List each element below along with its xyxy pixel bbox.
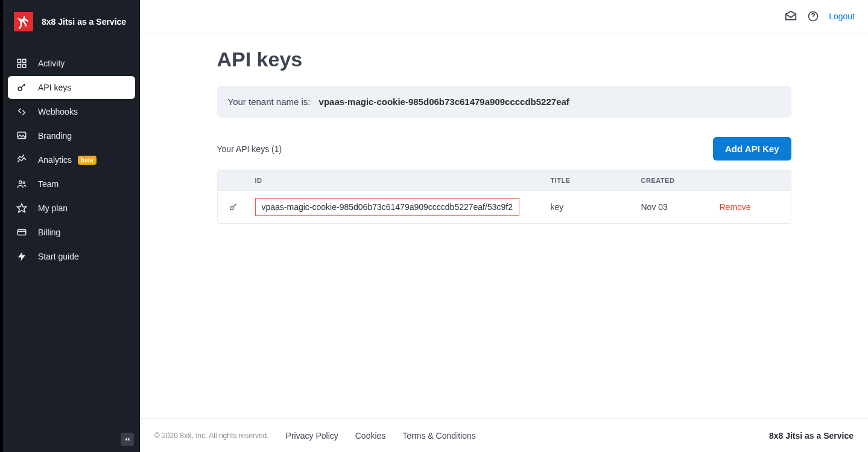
- logout-link[interactable]: Logout: [829, 11, 855, 21]
- sidebar-item-label: My plan: [38, 203, 68, 213]
- sidebar-item-label: Start guide: [38, 252, 79, 261]
- cookies-link[interactable]: Cookies: [355, 431, 386, 441]
- analytics-icon: [16, 154, 27, 165]
- sidebar-item-analytics[interactable]: Analytics beta: [8, 148, 135, 171]
- sidebar: 8x8 Jitsi as a Service Activity API keys…: [0, 0, 140, 452]
- table-header-row: ID TITLE CREATED: [218, 171, 791, 190]
- sidebar-item-activity[interactable]: Activity: [8, 52, 135, 75]
- page-title: API keys: [217, 48, 791, 71]
- bolt-icon: [16, 251, 27, 262]
- collapse-sidebar-button[interactable]: [121, 433, 134, 446]
- sidebar-item-billing[interactable]: Billing: [8, 221, 135, 244]
- copyright-text: © 2020 8x8, Inc. All rights reserved.: [154, 431, 269, 440]
- main: Logout API keys Your tenant name is: vpa…: [140, 0, 868, 452]
- svg-rect-2: [17, 65, 21, 68]
- branding-icon: [16, 130, 27, 141]
- svg-marker-8: [17, 204, 27, 212]
- star-icon: [16, 203, 27, 214]
- brand-title: 8x8 Jitsi as a Service: [42, 17, 126, 27]
- api-key-title: key: [551, 202, 641, 212]
- privacy-policy-link[interactable]: Privacy Policy: [286, 431, 338, 441]
- svg-rect-3: [23, 65, 26, 68]
- col-header-id: ID: [255, 177, 551, 184]
- col-header-title: TITLE: [551, 177, 641, 184]
- sidebar-item-label: Branding: [38, 131, 72, 141]
- col-header-created: CREATED: [641, 177, 720, 184]
- sidebar-item-team[interactable]: Team: [8, 173, 135, 196]
- webhooks-icon: [16, 106, 27, 117]
- svg-rect-1: [23, 59, 26, 62]
- sidebar-item-branding[interactable]: Branding: [8, 124, 135, 147]
- table-row: vpaas-magic-cookie-985d06b73c61479a909cc…: [218, 190, 791, 223]
- svg-point-6: [19, 181, 22, 184]
- brand-block: 8x8 Jitsi as a Service: [3, 0, 140, 43]
- billing-icon: [16, 227, 27, 238]
- topbar: Logout: [140, 0, 868, 33]
- sidebar-item-label: Billing: [38, 228, 60, 237]
- svg-point-4: [18, 87, 22, 91]
- mail-icon[interactable]: [784, 10, 797, 23]
- sidebar-item-label: Analytics: [38, 155, 72, 165]
- keys-count-text: Your API keys (1): [217, 144, 282, 154]
- svg-rect-9: [17, 230, 26, 235]
- keys-toolbar: Your API keys (1) Add API Key: [217, 137, 791, 161]
- sidebar-item-webhooks[interactable]: Webhooks: [8, 100, 135, 123]
- activity-icon: [16, 58, 27, 69]
- key-icon: [229, 202, 255, 212]
- sidebar-item-label: API keys: [38, 83, 71, 92]
- sidebar-item-label: Activity: [38, 59, 65, 68]
- team-icon: [16, 179, 27, 189]
- key-icon: [16, 82, 27, 93]
- svg-point-12: [230, 206, 233, 209]
- svg-point-7: [23, 182, 25, 183]
- api-key-id[interactable]: vpaas-magic-cookie-985d06b73c61479a909cc…: [255, 198, 519, 216]
- sidebar-item-label: Team: [38, 179, 59, 189]
- add-api-key-button[interactable]: Add API Key: [713, 137, 791, 161]
- sidebar-item-my-plan[interactable]: My plan: [8, 197, 135, 220]
- sidebar-item-start-guide[interactable]: Start guide: [8, 245, 135, 268]
- page-content: API keys Your tenant name is: vpaas-magi…: [140, 33, 868, 418]
- tenant-value: vpaas-magic-cookie-985d06b73c61479a909cc…: [319, 97, 569, 107]
- sidebar-item-label: Webhooks: [38, 107, 78, 116]
- beta-badge: beta: [78, 156, 97, 165]
- tenant-info-box: Your tenant name is: vpaas-magic-cookie-…: [217, 86, 791, 118]
- remove-api-key-link[interactable]: Remove: [720, 202, 751, 212]
- api-key-created: Nov 03: [641, 202, 720, 212]
- terms-link[interactable]: Terms & Conditions: [402, 431, 475, 441]
- footer-brand: 8x8 Jitsi as a Service: [769, 431, 854, 441]
- tenant-label: Your tenant name is:: [228, 97, 311, 107]
- svg-rect-0: [17, 59, 21, 62]
- footer: © 2020 8x8, Inc. All rights reserved. Pr…: [140, 418, 868, 452]
- svg-marker-10: [18, 252, 25, 261]
- help-icon[interactable]: [807, 10, 819, 22]
- brand-logo-icon: [14, 12, 33, 31]
- sidebar-nav: Activity API keys Webhooks Branding Anal: [3, 43, 140, 273]
- sidebar-item-api-keys[interactable]: API keys: [8, 76, 135, 99]
- api-keys-table: ID TITLE CREATED vpaas-magic-cookie-985d…: [217, 170, 791, 224]
